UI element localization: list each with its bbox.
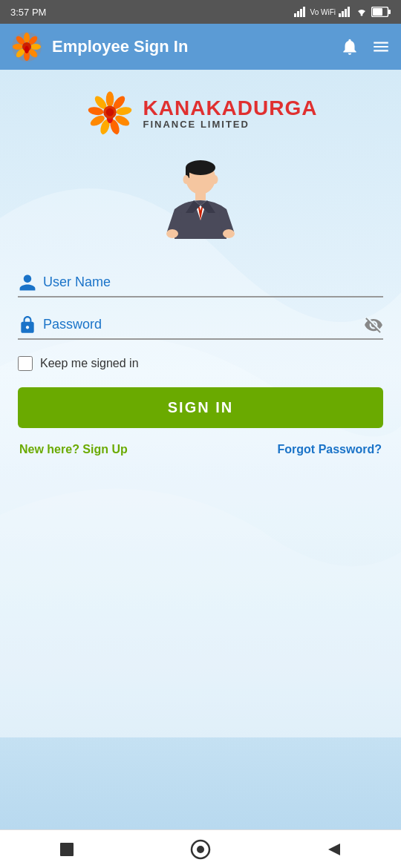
svg-point-34 xyxy=(105,108,114,116)
wifi-icon xyxy=(355,7,368,17)
nav-back-button[interactable] xyxy=(312,835,356,864)
company-logo: KANAKADURGA FINANCE LIMITED xyxy=(84,88,318,139)
bottom-nav-bar xyxy=(0,829,401,868)
page-title: Employee Sign In xyxy=(52,37,331,56)
main-content: KANAKADURGA FINANCE LIMITED xyxy=(0,70,401,829)
svg-rect-0 xyxy=(294,13,296,17)
status-icons: Vo WiFi xyxy=(294,7,391,17)
svg-rect-6 xyxy=(345,9,347,17)
lock-icon xyxy=(18,315,37,335)
svg-rect-5 xyxy=(342,11,344,17)
app-bar: Employee Sign In xyxy=(0,24,401,70)
vo-wifi-text: Vo WiFi xyxy=(310,8,336,16)
home-circle-icon xyxy=(190,839,211,860)
login-form: Keep me signed in SIGN IN New here? Sign… xyxy=(0,272,401,456)
svg-point-22 xyxy=(25,46,29,53)
svg-rect-38 xyxy=(195,193,206,200)
svg-rect-10 xyxy=(388,10,391,14)
stop-icon xyxy=(58,841,76,858)
auth-links: New here? Sign Up Forgot Password? xyxy=(18,443,383,456)
svg-point-42 xyxy=(212,175,218,184)
svg-point-15 xyxy=(30,44,41,50)
app-bar-actions xyxy=(340,37,391,56)
svg-rect-7 xyxy=(348,7,350,17)
svg-point-41 xyxy=(183,175,189,184)
svg-rect-1 xyxy=(297,11,299,17)
svg-rect-2 xyxy=(300,9,302,17)
username-input[interactable] xyxy=(43,272,383,293)
svg-point-23 xyxy=(105,91,114,107)
svg-point-39 xyxy=(166,229,178,238)
status-time: 3:57 PM xyxy=(10,7,46,18)
svg-rect-11 xyxy=(373,8,382,16)
forgot-password-link[interactable]: Forgot Password? xyxy=(278,443,382,456)
flower-logo-icon xyxy=(84,88,136,139)
nav-home-button[interactable] xyxy=(178,835,223,864)
svg-rect-4 xyxy=(339,13,341,17)
sign-in-button[interactable]: SIGN IN xyxy=(18,387,383,428)
svg-point-40 xyxy=(223,229,235,238)
user-icon xyxy=(18,273,37,292)
signup-link[interactable]: New here? Sign Up xyxy=(19,443,128,456)
keep-signed-label[interactable]: Keep me signed in xyxy=(40,357,139,370)
toggle-password-icon[interactable] xyxy=(364,315,383,335)
svg-point-36 xyxy=(186,160,215,175)
company-logo-section: KANAKADURGA FINANCE LIMITED xyxy=(0,70,401,151)
keep-signed-checkbox[interactable] xyxy=(18,356,33,371)
password-input[interactable] xyxy=(43,314,358,335)
company-name-line2: FINANCE LIMITED xyxy=(143,119,250,130)
app-logo-icon xyxy=(10,30,43,63)
svg-point-45 xyxy=(197,846,204,853)
svg-point-19 xyxy=(13,44,23,50)
svg-marker-46 xyxy=(328,844,340,855)
password-input-group xyxy=(18,314,383,340)
hamburger-icon[interactable] xyxy=(371,37,391,56)
username-input-group xyxy=(18,272,383,297)
businessman-avatar xyxy=(160,157,241,254)
signal-icon xyxy=(294,7,307,17)
nav-stop-button[interactable] xyxy=(45,835,89,864)
battery-icon xyxy=(371,7,391,17)
avatar-section xyxy=(0,157,401,254)
remember-me-row: Keep me signed in xyxy=(18,356,383,371)
status-bar: 3:57 PM Vo WiFi xyxy=(0,0,401,24)
back-triangle-icon xyxy=(325,841,343,858)
company-name-line1: KANAKADURGA xyxy=(143,98,318,119)
bell-icon[interactable] xyxy=(340,37,359,56)
svg-rect-43 xyxy=(60,843,74,856)
svg-rect-3 xyxy=(303,7,305,17)
svg-point-13 xyxy=(24,33,30,43)
signal2-icon xyxy=(339,7,352,17)
company-name: KANAKADURGA FINANCE LIMITED xyxy=(143,98,318,130)
svg-point-8 xyxy=(361,14,363,16)
